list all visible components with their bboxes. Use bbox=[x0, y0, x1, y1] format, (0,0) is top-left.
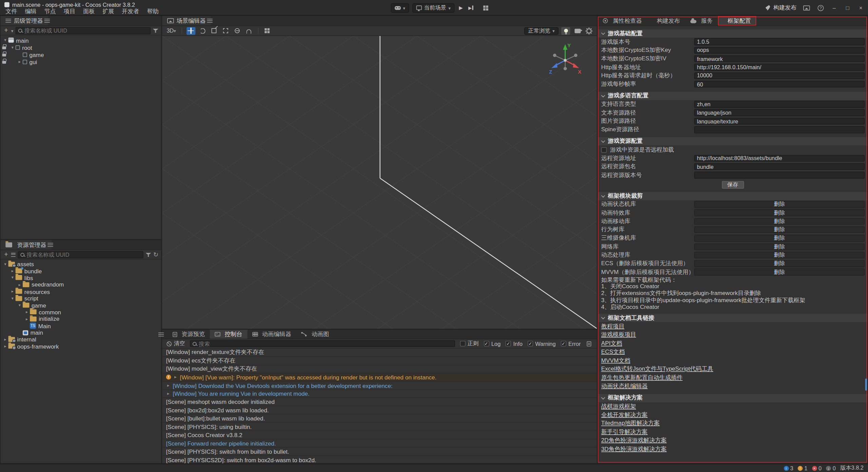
delete-module-button[interactable]: 删除 bbox=[694, 252, 865, 258]
hierarchy-node[interactable]: game bbox=[1, 51, 161, 58]
console-log-row[interactable]: [Window] model_view文件夹不存在 bbox=[162, 365, 597, 373]
console-log-row[interactable]: ▸ [Window] You are running Vue in develo… bbox=[162, 390, 597, 398]
screenshot-button[interactable] bbox=[802, 5, 811, 11]
expand-arrow-icon[interactable]: ▾ bbox=[17, 303, 22, 308]
config-input[interactable] bbox=[694, 118, 865, 124]
inspector-tab[interactable]: 服务 bbox=[685, 16, 717, 25]
doc-link[interactable]: ECS文档 bbox=[601, 348, 625, 356]
asset-item[interactable]: ▸ common bbox=[1, 309, 161, 315]
solution-link[interactable]: 全栈开发解决方案 bbox=[601, 411, 648, 419]
section-header[interactable]: 框架文档工具链接 bbox=[598, 314, 867, 322]
expand-arrow-icon[interactable]: ▾ bbox=[10, 45, 15, 50]
section-header[interactable]: 框架解决方案 bbox=[598, 394, 867, 402]
axis-gizmo[interactable]: Y X Z bbox=[548, 40, 583, 76]
create-node-button[interactable]: + bbox=[3, 28, 9, 33]
console-tab[interactable]: 控制台 bbox=[210, 330, 247, 339]
scene-select-dropdown[interactable]: 当前场景 bbox=[412, 3, 454, 13]
filter-icon[interactable] bbox=[145, 252, 151, 257]
console-log-row[interactable]: [Scene] meshopt wasm decoder initialized bbox=[162, 398, 597, 406]
solution-link[interactable]: 新手引导解决方案 bbox=[601, 428, 648, 436]
move-tool-button[interactable] bbox=[186, 27, 195, 35]
config-input[interactable] bbox=[694, 81, 865, 87]
solution-link[interactable]: Tiledmap地图解决方案 bbox=[601, 420, 660, 428]
expand-arrow-icon[interactable]: ▸ bbox=[166, 391, 171, 396]
section-header[interactable]: 游戏资源配置 bbox=[598, 137, 867, 145]
console-search-input[interactable] bbox=[199, 340, 452, 347]
view-mode-dropdown[interactable]: 正常浏览 bbox=[524, 27, 558, 35]
asset-item[interactable]: ▸ seedrandom bbox=[1, 281, 161, 288]
console-log-row[interactable]: [Window] ecs文件夹不存在 bbox=[162, 357, 597, 365]
delete-module-button[interactable]: 删除 bbox=[694, 269, 865, 275]
scene-settings-button[interactable] bbox=[585, 27, 593, 35]
asset-item[interactable]: ▾ libs bbox=[1, 274, 161, 281]
layout-grid-button[interactable] bbox=[482, 5, 489, 11]
refresh-icon[interactable]: ↻ bbox=[153, 252, 158, 258]
config-input[interactable] bbox=[694, 64, 865, 71]
doc-link[interactable]: 教程项目 bbox=[601, 322, 625, 330]
hierarchy-node[interactable]: ▾ root bbox=[1, 44, 161, 51]
menu-item[interactable]: 面板 bbox=[79, 8, 98, 15]
asset-item[interactable]: ▸ initialize bbox=[1, 315, 161, 322]
config-input[interactable] bbox=[694, 109, 865, 116]
doc-link[interactable]: 原生包热更新配置自动生成插件 bbox=[601, 374, 683, 382]
expand-arrow-icon[interactable]: ▸ bbox=[17, 59, 22, 64]
asset-item[interactable]: ▾ script bbox=[1, 295, 161, 302]
config-input[interactable] bbox=[694, 47, 865, 54]
expand-arrow-icon[interactable]: ▸ bbox=[166, 383, 171, 388]
delete-module-button[interactable]: 删除 bbox=[694, 260, 865, 267]
hierarchy-node[interactable]: ▾ main bbox=[1, 37, 161, 44]
doc-link[interactable]: Excel格式转Json文件与TypeScript代码工具 bbox=[601, 365, 713, 373]
solution-link[interactable]: 2D角色扮演游戏解决方案 bbox=[601, 437, 667, 445]
expand-arrow-icon[interactable]: ▸ bbox=[24, 316, 29, 321]
remote-load-checkbox[interactable] bbox=[601, 147, 607, 152]
config-input[interactable] bbox=[694, 126, 865, 133]
hierarchy-node[interactable]: ▸ gui bbox=[1, 58, 161, 65]
section-header[interactable]: 游戏基础配置 bbox=[598, 29, 867, 37]
asset-item[interactable]: ▸ resources bbox=[1, 288, 161, 295]
mode-3d-button[interactable]: 3D bbox=[165, 27, 177, 35]
doc-link[interactable]: MVVM文档 bbox=[601, 357, 630, 365]
build-publish-button[interactable]: 构建发布 bbox=[765, 4, 796, 12]
close-button[interactable]: × bbox=[857, 5, 865, 11]
lighting-toggle-button[interactable] bbox=[561, 27, 570, 35]
scale-tool-button[interactable] bbox=[210, 27, 218, 35]
scene-editor-tab[interactable]: 场景编辑器 bbox=[162, 16, 211, 25]
menu-item[interactable]: 扩展 bbox=[99, 8, 118, 15]
console-log-row[interactable]: [Scene] Forward render pipeline initiali… bbox=[162, 439, 597, 448]
assets-search-input[interactable] bbox=[26, 252, 140, 258]
assets-tab[interactable]: 资源管理器 bbox=[1, 240, 51, 250]
asset-item[interactable]: ▸ internal bbox=[1, 336, 161, 343]
snap-tool-button[interactable] bbox=[244, 27, 253, 35]
hierarchy-search-input[interactable] bbox=[24, 27, 148, 34]
delete-module-button[interactable]: 删除 bbox=[694, 201, 865, 208]
menu-item[interactable]: 文件 bbox=[2, 8, 21, 15]
doc-link[interactable]: API文档 bbox=[601, 340, 622, 348]
sort-icon[interactable] bbox=[11, 253, 16, 256]
config-input[interactable] bbox=[694, 72, 865, 79]
console-log-row[interactable]: ▸ [Window] [Vue warn]: Property "onInput… bbox=[162, 373, 597, 381]
config-input[interactable] bbox=[694, 172, 865, 178]
regex-toggle[interactable]: 正则 bbox=[460, 340, 479, 348]
console-tab[interactable]: 资源预览 bbox=[168, 330, 210, 339]
rotate-tool-button[interactable] bbox=[198, 27, 207, 35]
create-asset-button[interactable]: + bbox=[3, 252, 9, 257]
console-log-row[interactable]: [Scene] [PHYSICS]: using builtin. bbox=[162, 423, 597, 431]
menu-item[interactable]: 帮助 bbox=[143, 8, 162, 15]
expand-arrow-icon[interactable]: ▸ bbox=[10, 269, 15, 274]
maximize-button[interactable]: □ bbox=[844, 5, 851, 11]
scrollbar-thumb[interactable] bbox=[865, 378, 867, 391]
open-log-file-button[interactable] bbox=[586, 341, 592, 346]
expand-arrow-icon[interactable]: ▸ bbox=[24, 310, 29, 315]
scene-viewport[interactable]: Y X Z bbox=[162, 36, 597, 329]
panel-menu-icon[interactable] bbox=[44, 19, 50, 22]
inspector-tab[interactable]: 框架配置 bbox=[718, 16, 756, 25]
step-button[interactable] bbox=[467, 5, 474, 11]
expand-arrow-icon[interactable]: ▸ bbox=[3, 337, 8, 342]
inspector-tab[interactable]: 构建发布 bbox=[647, 16, 685, 25]
rect-tool-button[interactable] bbox=[221, 27, 230, 35]
camera-settings-button[interactable] bbox=[573, 27, 582, 35]
asset-item[interactable]: main bbox=[1, 329, 161, 336]
console-log-row[interactable]: [Scene] [box2d]:box2d wasm lib loaded. bbox=[162, 406, 597, 414]
expand-arrow-icon[interactable]: ▾ bbox=[3, 38, 8, 43]
play-button[interactable] bbox=[458, 5, 464, 11]
